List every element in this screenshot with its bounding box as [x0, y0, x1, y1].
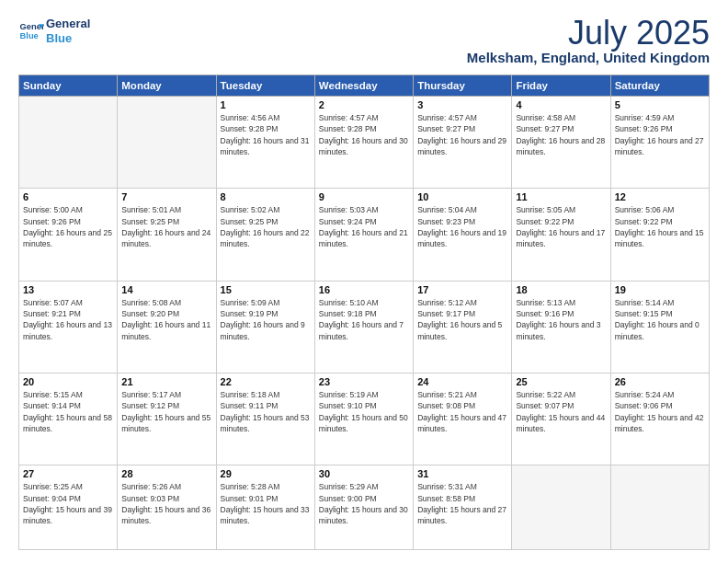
table-row: 17Sunrise: 5:12 AMSunset: 9:17 PMDayligh…: [414, 281, 512, 373]
day-number: 28: [121, 468, 211, 479]
table-row: 21Sunrise: 5:17 AMSunset: 9:12 PMDayligh…: [118, 373, 216, 465]
calendar-week-row: 1Sunrise: 4:56 AMSunset: 9:28 PMDaylight…: [19, 97, 710, 189]
day-number: 12: [615, 191, 705, 202]
svg-text:Blue: Blue: [20, 30, 39, 40]
day-number: 3: [417, 99, 507, 110]
table-row: [610, 465, 709, 550]
day-number: 2: [319, 99, 409, 110]
day-number: 23: [319, 376, 409, 387]
table-row: 9Sunrise: 5:03 AMSunset: 9:24 PMDaylight…: [314, 189, 413, 281]
day-number: 5: [615, 99, 705, 110]
table-row: 16Sunrise: 5:10 AMSunset: 9:18 PMDayligh…: [314, 281, 413, 373]
col-monday: Monday: [118, 75, 216, 97]
month-year: July 2025: [467, 17, 710, 50]
day-number: 21: [121, 376, 211, 387]
header: General Blue General Blue July 2025 Melk…: [18, 17, 710, 65]
table-row: 3Sunrise: 4:57 AMSunset: 9:27 PMDaylight…: [414, 97, 512, 189]
logo-text-blue: Blue: [46, 31, 90, 46]
sun-info: Sunrise: 5:18 AMSunset: 9:11 PMDaylight:…: [221, 390, 310, 433]
col-wednesday: Wednesday: [314, 75, 413, 97]
day-number: 4: [516, 99, 606, 110]
day-number: 17: [417, 284, 507, 295]
sun-info: Sunrise: 5:19 AMSunset: 9:10 PMDaylight:…: [319, 390, 408, 433]
col-thursday: Thursday: [414, 75, 512, 97]
day-number: 6: [23, 191, 113, 202]
table-row: 30Sunrise: 5:29 AMSunset: 9:00 PMDayligh…: [314, 465, 413, 550]
sun-info: Sunrise: 5:02 AMSunset: 9:25 PMDaylight:…: [221, 205, 310, 248]
table-row: 4Sunrise: 4:58 AMSunset: 9:27 PMDaylight…: [512, 97, 610, 189]
sun-info: Sunrise: 5:29 AMSunset: 9:00 PMDaylight:…: [319, 482, 408, 525]
day-number: 15: [221, 284, 311, 295]
day-number: 29: [221, 468, 311, 479]
sun-info: Sunrise: 5:05 AMSunset: 9:22 PMDaylight:…: [516, 205, 605, 248]
sun-info: Sunrise: 5:17 AMSunset: 9:12 PMDaylight:…: [121, 390, 210, 433]
location: Melksham, England, United Kingdom: [467, 50, 710, 65]
sun-info: Sunrise: 5:09 AMSunset: 9:19 PMDaylight:…: [221, 298, 305, 341]
table-row: 12Sunrise: 5:06 AMSunset: 9:22 PMDayligh…: [610, 189, 709, 281]
table-row: 19Sunrise: 5:14 AMSunset: 9:15 PMDayligh…: [610, 281, 709, 373]
day-number: 27: [23, 468, 113, 479]
day-number: 10: [417, 191, 507, 202]
day-number: 1: [221, 99, 311, 110]
sun-info: Sunrise: 5:26 AMSunset: 9:03 PMDaylight:…: [121, 482, 210, 525]
table-row: 5Sunrise: 4:59 AMSunset: 9:26 PMDaylight…: [610, 97, 709, 189]
table-row: 14Sunrise: 5:08 AMSunset: 9:20 PMDayligh…: [118, 281, 216, 373]
table-row: 26Sunrise: 5:24 AMSunset: 9:06 PMDayligh…: [610, 373, 709, 465]
table-row: 1Sunrise: 4:56 AMSunset: 9:28 PMDaylight…: [216, 97, 314, 189]
day-number: 19: [615, 284, 705, 295]
sun-info: Sunrise: 5:10 AMSunset: 9:18 PMDaylight:…: [319, 298, 404, 341]
sun-info: Sunrise: 5:13 AMSunset: 9:16 PMDaylight:…: [516, 298, 600, 341]
day-number: 24: [417, 376, 507, 387]
sun-info: Sunrise: 5:15 AMSunset: 9:14 PMDaylight:…: [23, 390, 112, 433]
table-row: 2Sunrise: 4:57 AMSunset: 9:28 PMDaylight…: [314, 97, 413, 189]
sun-info: Sunrise: 5:21 AMSunset: 9:08 PMDaylight:…: [417, 390, 506, 433]
day-number: 18: [516, 284, 606, 295]
table-row: 10Sunrise: 5:04 AMSunset: 9:23 PMDayligh…: [414, 189, 512, 281]
calendar-week-row: 27Sunrise: 5:25 AMSunset: 9:04 PMDayligh…: [19, 465, 710, 550]
table-row: 20Sunrise: 5:15 AMSunset: 9:14 PMDayligh…: [19, 373, 118, 465]
sun-info: Sunrise: 5:22 AMSunset: 9:07 PMDaylight:…: [516, 390, 605, 433]
sun-info: Sunrise: 5:01 AMSunset: 9:25 PMDaylight:…: [121, 205, 210, 248]
sun-info: Sunrise: 4:57 AMSunset: 9:28 PMDaylight:…: [319, 113, 408, 156]
col-tuesday: Tuesday: [216, 75, 314, 97]
day-number: 20: [23, 376, 113, 387]
sun-info: Sunrise: 5:24 AMSunset: 9:06 PMDaylight:…: [615, 390, 704, 433]
sun-info: Sunrise: 5:12 AMSunset: 9:17 PMDaylight:…: [417, 298, 502, 341]
table-row: 15Sunrise: 5:09 AMSunset: 9:19 PMDayligh…: [216, 281, 314, 373]
table-row: 31Sunrise: 5:31 AMSunset: 8:58 PMDayligh…: [414, 465, 512, 550]
sun-info: Sunrise: 5:04 AMSunset: 9:23 PMDaylight:…: [417, 205, 506, 248]
day-number: 31: [417, 468, 507, 479]
logo: General Blue General Blue: [18, 17, 90, 45]
sun-info: Sunrise: 5:07 AMSunset: 9:21 PMDaylight:…: [23, 298, 112, 341]
sun-info: Sunrise: 5:25 AMSunset: 9:04 PMDaylight:…: [23, 482, 112, 525]
calendar-table: Sunday Monday Tuesday Wednesday Thursday…: [18, 75, 710, 550]
day-number: 7: [121, 191, 211, 202]
day-number: 14: [121, 284, 211, 295]
sun-info: Sunrise: 5:00 AMSunset: 9:26 PMDaylight:…: [23, 205, 112, 248]
sun-info: Sunrise: 5:06 AMSunset: 9:22 PMDaylight:…: [615, 205, 704, 248]
day-number: 16: [319, 284, 409, 295]
sun-info: Sunrise: 5:03 AMSunset: 9:24 PMDaylight:…: [319, 205, 408, 248]
sun-info: Sunrise: 4:56 AMSunset: 9:28 PMDaylight:…: [221, 113, 310, 156]
table-row: [19, 97, 118, 189]
table-row: 11Sunrise: 5:05 AMSunset: 9:22 PMDayligh…: [512, 189, 610, 281]
table-row: 27Sunrise: 5:25 AMSunset: 9:04 PMDayligh…: [19, 465, 118, 550]
table-row: 6Sunrise: 5:00 AMSunset: 9:26 PMDaylight…: [19, 189, 118, 281]
logo-icon: General Blue: [18, 18, 44, 44]
table-row: 23Sunrise: 5:19 AMSunset: 9:10 PMDayligh…: [314, 373, 413, 465]
table-row: 18Sunrise: 5:13 AMSunset: 9:16 PMDayligh…: [512, 281, 610, 373]
day-number: 9: [319, 191, 409, 202]
calendar-header-row: Sunday Monday Tuesday Wednesday Thursday…: [19, 75, 710, 97]
table-row: 25Sunrise: 5:22 AMSunset: 9:07 PMDayligh…: [512, 373, 610, 465]
sun-info: Sunrise: 4:59 AMSunset: 9:26 PMDaylight:…: [615, 113, 704, 156]
logo-text-general: General: [46, 17, 90, 31]
sun-info: Sunrise: 5:14 AMSunset: 9:15 PMDaylight:…: [615, 298, 700, 341]
table-row: [512, 465, 610, 550]
table-row: 24Sunrise: 5:21 AMSunset: 9:08 PMDayligh…: [414, 373, 512, 465]
day-number: 26: [615, 376, 705, 387]
page: General Blue General Blue July 2025 Melk…: [0, 0, 728, 563]
day-number: 11: [516, 191, 606, 202]
col-saturday: Saturday: [610, 75, 709, 97]
sun-info: Sunrise: 5:28 AMSunset: 9:01 PMDaylight:…: [221, 482, 310, 525]
sun-info: Sunrise: 4:58 AMSunset: 9:27 PMDaylight:…: [516, 113, 605, 156]
